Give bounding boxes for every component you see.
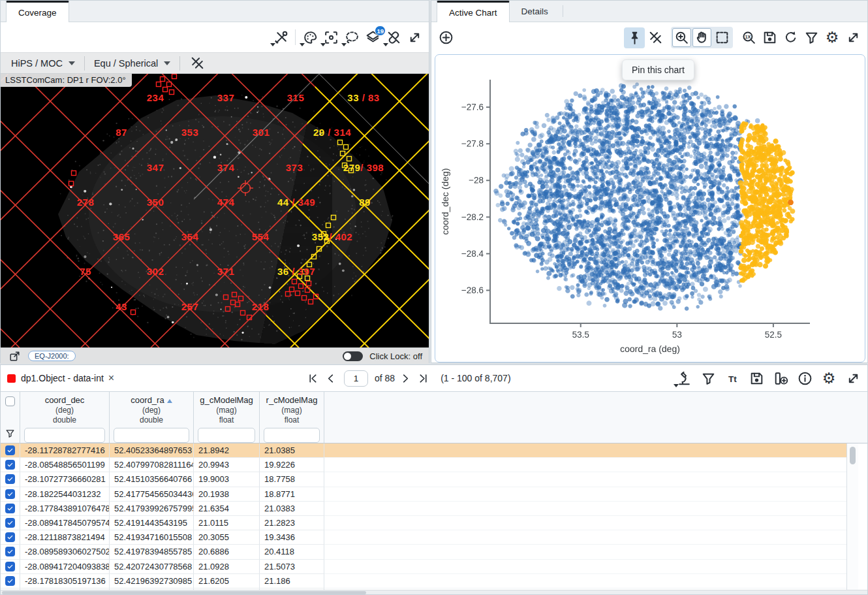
settings-icon[interactable]: ⚙ (822, 27, 843, 48)
filter-input-r_cModelMag[interactable] (264, 428, 320, 443)
tile-number-label: 302 (147, 266, 164, 277)
row-checkbox[interactable] (5, 460, 15, 470)
scrollbar-thumb[interactable] (850, 447, 856, 464)
filter-icon[interactable] (801, 27, 822, 48)
close-icon[interactable]: × (108, 373, 114, 383)
text-view-icon[interactable]: Tt (722, 368, 743, 389)
save-icon[interactable] (759, 27, 780, 48)
column-header-g_cModelMag[interactable]: g_cModelMag(mag)float (194, 392, 260, 443)
settings-icon[interactable]: ⚙ (818, 368, 839, 389)
row-checkbox[interactable] (5, 445, 15, 455)
table-cell: 52.42196392730985 (110, 574, 194, 588)
prev-page-button[interactable] (324, 372, 337, 385)
info-icon[interactable] (794, 368, 815, 389)
column-header-coord_dec[interactable]: coord_dec(deg)double (20, 392, 110, 443)
table-row[interactable]: -28.1781830519713652.4219639273098521.62… (1, 574, 847, 588)
table-row[interactable]: -28.1211887382149452.4193471601550820.30… (1, 530, 847, 545)
filter-icon[interactable] (698, 368, 719, 389)
sky-image[interactable]: 23433731533 / 838735330129 / 31434737437… (1, 74, 429, 347)
tile-number-label: 89 (359, 197, 371, 208)
recenter-icon[interactable] (320, 27, 341, 48)
hips-moc-dropdown[interactable]: HiPS / MOC (8, 58, 78, 69)
coord-system-chip: EQ-J2000: (28, 351, 76, 361)
tile-number-label: 353 (181, 127, 199, 138)
table-row[interactable]: -28.1172878277741652.4052336489765321.89… (1, 443, 847, 458)
expand-icon[interactable] (843, 27, 863, 48)
row-checkbox[interactable] (5, 576, 15, 586)
column-header-r_cModelMag[interactable]: r_cModelMag(mag)float (260, 392, 324, 443)
table-cell: 18.7758 (260, 472, 324, 487)
pin-icon[interactable] (624, 27, 645, 48)
select-all-checkbox[interactable] (5, 396, 15, 406)
row-checkbox[interactable] (5, 474, 15, 484)
row-checkbox[interactable] (5, 562, 15, 571)
table-row[interactable]: -28.08958930602750252.4197839485578520.6… (1, 545, 847, 559)
tab-coverage[interactable]: Coverage (6, 1, 69, 22)
horizontal-scrollbar[interactable] (1, 590, 867, 594)
tab-coverage-label: Coverage (18, 8, 57, 18)
table-cell: 21.186 (260, 574, 324, 588)
expand-icon[interactable] (404, 27, 425, 48)
page-input[interactable] (344, 370, 368, 387)
click-lock-toggle[interactable] (343, 351, 363, 361)
tile-number-label: 234 (147, 92, 164, 103)
table-row[interactable]: -28.0854885650119952.40799708281116420.9… (1, 458, 847, 472)
row-checkbox[interactable] (5, 532, 15, 542)
table-cell: 52.42072430778568 (110, 560, 194, 574)
projection-dropdown[interactable]: Equ / Spherical (91, 58, 173, 69)
table-cell: -28.177843891076478 (20, 502, 110, 516)
pan-hand-icon[interactable] (692, 28, 711, 47)
table-row[interactable]: -28.17784389107647852.41793992675799521.… (1, 502, 847, 516)
save-icon[interactable] (746, 368, 767, 389)
tile-number-label: 301 (253, 127, 270, 138)
color-palette-icon[interactable] (300, 27, 320, 48)
tile-number-label: 36 / 397 (277, 266, 315, 277)
scatter-chart[interactable] (435, 55, 865, 362)
table-cell: 20.4118 (260, 545, 324, 559)
zoom-1x-icon[interactable]: 1X (738, 27, 759, 48)
row-checkbox[interactable] (5, 547, 15, 556)
grid-off-icon[interactable] (187, 53, 208, 74)
table-row[interactable]: -28.182254403123252.41775456503443620.19… (1, 487, 847, 502)
table-row[interactable]: -28.08941784507957452.419144354319521.01… (1, 516, 847, 530)
filter-input-coord_ra[interactable] (114, 428, 189, 443)
row-checkbox[interactable] (5, 504, 15, 513)
tab-active-chart[interactable]: Active Chart (437, 1, 510, 22)
next-page-button[interactable] (399, 372, 412, 385)
add-column-icon[interactable] (770, 368, 791, 389)
table-row[interactable]: -28.1072773666028152.4151035664076619.90… (1, 472, 847, 487)
expand-icon[interactable] (843, 368, 863, 389)
vertical-scrollbar[interactable] (846, 443, 858, 590)
table-cell: 21.8942 (194, 443, 260, 458)
filter-input-g_cModelMag[interactable] (198, 428, 255, 443)
row-checkbox[interactable] (5, 518, 15, 528)
table-cell: 52.41934716015508 (110, 530, 194, 545)
last-page-button[interactable] (416, 372, 430, 385)
scatter-chart-card (435, 54, 865, 362)
scrollbar-thumb[interactable] (2, 591, 366, 594)
box-select-icon[interactable] (713, 28, 732, 47)
refresh-icon[interactable] (780, 27, 801, 48)
tile-number-label: 29 / 314 (313, 127, 351, 138)
coverage-subtoolbar: HiPS / MOC Equ / Spherical (1, 52, 429, 74)
tile-number-label: 43 (116, 301, 127, 312)
unlink-icon[interactable] (383, 27, 404, 48)
table-color-swatch[interactable] (7, 374, 16, 383)
tile-number-label: 354 (181, 231, 199, 242)
layers-icon[interactable]: 19 (362, 27, 383, 48)
table-cell: -28.12118873821494 (20, 530, 110, 545)
tab-details[interactable]: Details (510, 1, 560, 22)
open-expand-icon[interactable] (7, 349, 22, 363)
column-header-coord_ra[interactable]: coord_ra(deg)double (110, 392, 194, 443)
lasso-select-icon[interactable] (341, 27, 362, 48)
zoom-in-icon[interactable] (672, 28, 691, 47)
hide-trace-icon[interactable] (645, 27, 666, 48)
row-checkbox[interactable] (5, 489, 15, 499)
tools-icon[interactable] (270, 27, 291, 48)
add-chart-icon[interactable] (435, 27, 456, 48)
tile-number-label: 374 (217, 162, 235, 173)
search-rows-icon[interactable] (674, 368, 694, 389)
table-row[interactable]: -28.08941720409383852.4207243077856821.0… (1, 560, 847, 574)
first-page-button[interactable] (306, 372, 320, 385)
filter-input-coord_dec[interactable] (24, 428, 105, 443)
